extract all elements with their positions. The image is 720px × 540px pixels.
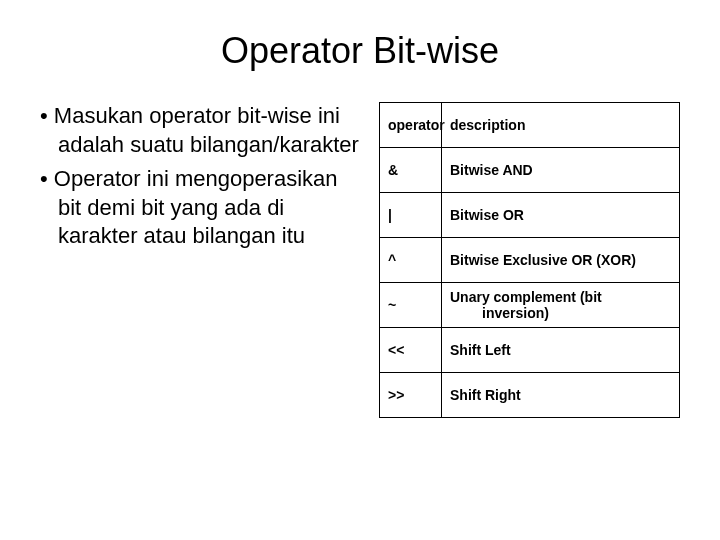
- cell-desc: Shift Right: [442, 373, 680, 418]
- table-row: & Bitwise AND: [380, 148, 680, 193]
- cell-op: <<: [380, 328, 442, 373]
- cell-op: ^: [380, 238, 442, 283]
- slide-title: Operator Bit-wise: [40, 30, 680, 72]
- table-row: ^ Bitwise Exclusive OR (XOR): [380, 238, 680, 283]
- bullet-list: Masukan operator bit-wise ini adalah sua…: [40, 102, 359, 257]
- cell-desc: Shift Left: [442, 328, 680, 373]
- cell-op: ~: [380, 283, 442, 328]
- table-header-row: operator description: [380, 103, 680, 148]
- th-description: description: [442, 103, 680, 148]
- bullet-item: Operator ini mengoperasikan bit demi bit…: [40, 165, 359, 251]
- th-operator: operator: [380, 103, 442, 148]
- table-row: >> Shift Right: [380, 373, 680, 418]
- cell-desc: Bitwise Exclusive OR (XOR): [442, 238, 680, 283]
- table-row: | Bitwise OR: [380, 193, 680, 238]
- cell-desc: Bitwise OR: [442, 193, 680, 238]
- cell-op: &: [380, 148, 442, 193]
- cell-op: |: [380, 193, 442, 238]
- table-row: ~ Unary complement (bit inversion): [380, 283, 680, 328]
- table-row: << Shift Left: [380, 328, 680, 373]
- cell-op: >>: [380, 373, 442, 418]
- cell-desc: Unary complement (bit inversion): [442, 283, 680, 328]
- operator-table: operator description & Bitwise AND | Bit…: [379, 102, 680, 418]
- slide: Operator Bit-wise Masukan operator bit-w…: [0, 0, 720, 540]
- operator-table-wrap: operator description & Bitwise AND | Bit…: [379, 102, 680, 418]
- bullet-item: Masukan operator bit-wise ini adalah sua…: [40, 102, 359, 159]
- content-row: Masukan operator bit-wise ini adalah sua…: [40, 102, 680, 418]
- cell-desc: Bitwise AND: [442, 148, 680, 193]
